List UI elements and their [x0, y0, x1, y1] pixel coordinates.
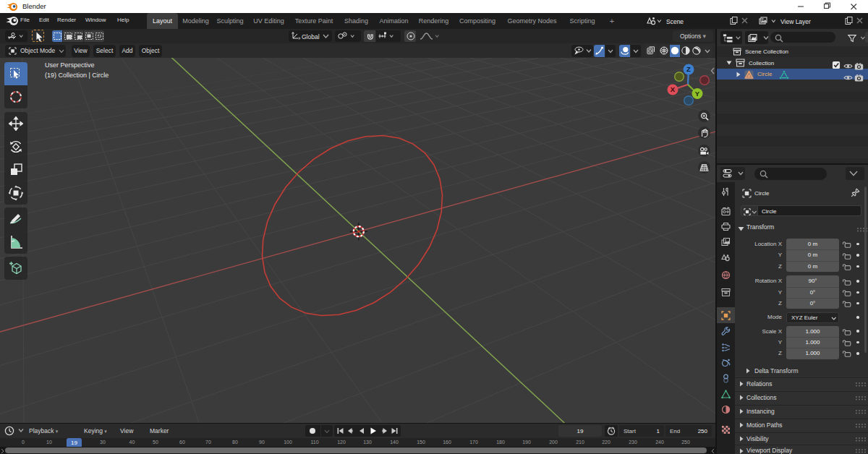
svg-text:Z: Z: [686, 65, 691, 73]
svg-text:X: X: [671, 85, 676, 93]
svg-text:Y: Y: [695, 90, 700, 98]
